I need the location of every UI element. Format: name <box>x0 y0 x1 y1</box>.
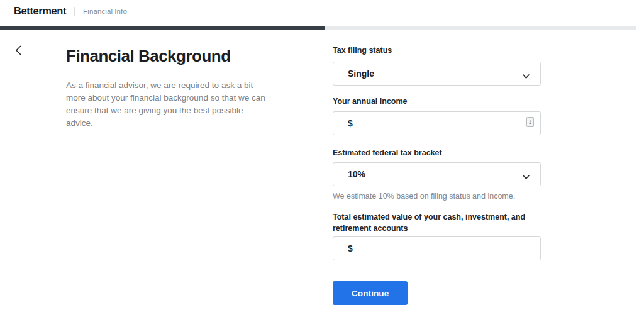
chevron-down-icon <box>522 70 530 82</box>
tax-bracket-select[interactable]: 10% <box>333 162 541 186</box>
app-header: Betterment Financial Info <box>0 0 644 21</box>
total-value-label: Total estimated value of your cash, inve… <box>333 211 543 234</box>
progress-fill <box>0 26 325 30</box>
financial-form: Tax filing status Single Your annual inc… <box>333 45 543 305</box>
page-description: As a financial advisor, we are required … <box>66 79 266 130</box>
chevron-down-icon <box>522 171 530 182</box>
intro-section: Financial Background As a financial advi… <box>66 47 267 130</box>
page-title: Financial Background <box>66 47 267 66</box>
progress-bar-track <box>0 26 636 30</box>
header-divider <box>74 7 75 16</box>
tax-filing-status-label: Tax filing status <box>333 45 543 56</box>
continue-button[interactable]: Continue <box>333 281 408 305</box>
tax-filing-status-select[interactable]: Single <box>333 62 541 86</box>
back-button[interactable] <box>11 44 25 58</box>
betterment-logo[interactable]: Betterment <box>14 5 66 17</box>
annual-income-field[interactable]: $ <box>333 111 541 135</box>
dollar-prefix: $ <box>348 243 353 253</box>
chevron-left-icon <box>14 45 22 58</box>
tax-filing-status-value: Single <box>348 69 374 79</box>
total-value-input[interactable] <box>357 237 534 260</box>
annual-income-input[interactable] <box>357 112 526 135</box>
numeric-input-icon <box>526 117 534 130</box>
tax-bracket-value: 10% <box>348 169 365 179</box>
total-value-field[interactable]: $ <box>333 236 541 260</box>
tax-bracket-label: Estimated federal tax bracket <box>333 147 543 158</box>
dollar-prefix: $ <box>348 118 353 128</box>
annual-income-label: Your annual income <box>333 96 543 107</box>
breadcrumb: Financial Info <box>83 8 127 15</box>
tax-bracket-helper: We estimate 10% based on filing status a… <box>333 192 543 201</box>
